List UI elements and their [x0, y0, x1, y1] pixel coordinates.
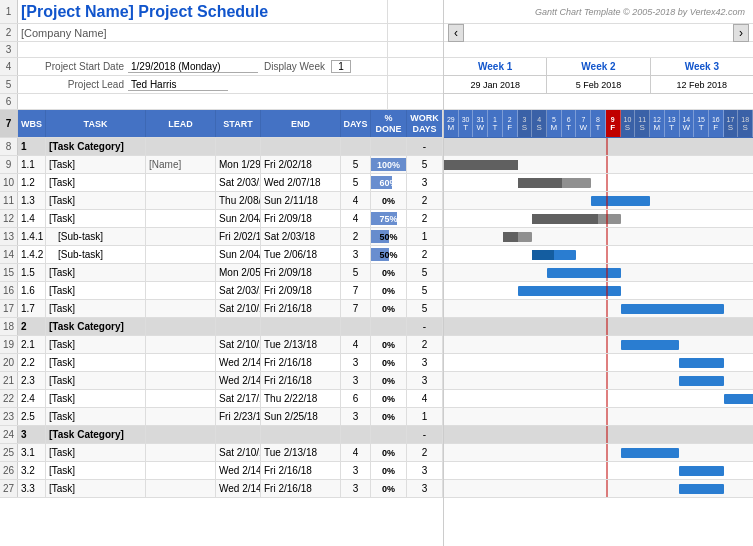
- gantt-date-header: 29 Jan 2018 5 Feb 2018 12 Feb 2018: [444, 76, 753, 94]
- cell: Sun 2/25/18: [261, 408, 341, 425]
- cell: 3: [407, 372, 443, 389]
- cell: [146, 192, 216, 209]
- cell: [341, 318, 371, 335]
- gantt-row: [444, 156, 753, 174]
- cell: Sun 2/04/18: [216, 210, 261, 227]
- table-row: 222.4[Task]Sat 2/17/18Thu 2/22/1860%4: [0, 390, 443, 408]
- cell: Sat 2/03/18: [261, 228, 341, 245]
- gantt-row: [444, 462, 753, 480]
- cell: [371, 138, 407, 155]
- cell: [Task Category]: [46, 426, 146, 443]
- cell: [Task Category]: [46, 318, 146, 335]
- cell: 5: [341, 174, 371, 191]
- cell: -: [407, 138, 443, 155]
- display-week-value[interactable]: 1: [331, 60, 351, 73]
- gantt-row: [444, 264, 753, 282]
- cell: 2.3: [18, 372, 46, 389]
- cell: 1.4.2: [18, 246, 46, 263]
- main-title: [Project Name] Project Schedule: [18, 0, 388, 23]
- cell: Wed 2/14/18: [216, 480, 261, 497]
- cell: [Task]: [46, 336, 146, 353]
- row-num: 20: [0, 354, 18, 371]
- table-row: 192.1[Task]Sat 2/10/18Tue 2/13/1840%2: [0, 336, 443, 354]
- cell: 2: [407, 192, 443, 209]
- cell: -: [407, 426, 443, 443]
- start-date-label: Project Start Date: [18, 61, 128, 72]
- row-num: 10: [0, 174, 18, 191]
- cell: 1.4: [18, 210, 46, 227]
- cell: [Task]: [46, 282, 146, 299]
- row-num: 11: [0, 192, 18, 209]
- cell: 3: [341, 372, 371, 389]
- cell: 3: [341, 480, 371, 497]
- cell: 2: [407, 246, 443, 263]
- cell: Mon 1/29/18: [216, 156, 261, 173]
- day-col-12: 10S: [621, 110, 636, 137]
- row-3: 3: [0, 42, 443, 58]
- gantt-row: [444, 372, 753, 390]
- day-col-10: 8T: [591, 110, 606, 137]
- cell: 1.6: [18, 282, 46, 299]
- cell: [261, 318, 341, 335]
- row-num: 13: [0, 228, 18, 245]
- cell: [Sub-task]: [46, 228, 146, 245]
- day-col-18: 16F: [709, 110, 724, 137]
- cell: [Task]: [46, 174, 146, 191]
- cell: [Task]: [46, 444, 146, 461]
- cell: 2.1: [18, 336, 46, 353]
- cell: [146, 372, 216, 389]
- cell: [146, 444, 216, 461]
- project-lead-value: Ted Harris: [128, 79, 228, 91]
- day-col-14: 12M: [650, 110, 665, 137]
- week3-date: 12 Feb 2018: [651, 76, 753, 93]
- gantt-row: [444, 138, 753, 156]
- cell: [146, 138, 216, 155]
- pct-cell: 0%: [371, 192, 407, 209]
- cell: [261, 138, 341, 155]
- spreadsheet: 1 [Project Name] Project Schedule 2 [Com…: [0, 0, 753, 546]
- today-line: [606, 228, 608, 245]
- day-col-13: 11S: [635, 110, 650, 137]
- pct-cell: 50%: [371, 228, 407, 245]
- gantt-bar: [724, 394, 753, 404]
- gantt-bar: [621, 448, 680, 458]
- table-row: 121.4[Task]Sun 2/04/18Fri 2/09/18475%2: [0, 210, 443, 228]
- cell: Fri 2/16/18: [261, 480, 341, 497]
- row-num-1: 1: [0, 0, 18, 23]
- cell: [371, 318, 407, 335]
- cell: [341, 138, 371, 155]
- cell: 3: [407, 174, 443, 191]
- cell: [Task]: [46, 264, 146, 281]
- col-task-header: TASK: [46, 110, 146, 137]
- today-line: [606, 246, 608, 263]
- cell: 2: [407, 210, 443, 227]
- day-col-2: 31W: [473, 110, 488, 137]
- cell: [146, 210, 216, 227]
- week2-label: Week 2: [547, 58, 650, 75]
- cell: Fri 2/09/18: [261, 210, 341, 227]
- row-num-7: 7: [0, 110, 18, 137]
- cell: [146, 480, 216, 497]
- gantt-bar: [621, 340, 680, 350]
- gantt-area: Gantt Chart Template © 2005-2018 by Vert…: [443, 0, 753, 546]
- day-col-7: 5M: [547, 110, 562, 137]
- today-line: [606, 408, 608, 425]
- gantt-bar-progress: [532, 214, 598, 224]
- cell: [146, 246, 216, 263]
- day-col-15: 13T: [665, 110, 680, 137]
- row-num: 9: [0, 156, 18, 173]
- display-week-label: Display Week: [258, 61, 331, 72]
- cell: 3: [407, 354, 443, 371]
- cell: [146, 426, 216, 443]
- prev-week-button[interactable]: ‹: [448, 24, 464, 42]
- cell: [146, 228, 216, 245]
- cell: 2: [407, 336, 443, 353]
- table-row: 141.4.2[Sub-task]Sun 2/04/18Tue 2/06/183…: [0, 246, 443, 264]
- next-week-button[interactable]: ›: [733, 24, 749, 42]
- cell: Fri 2/23/18: [216, 408, 261, 425]
- table-row: 111.3[Task]Thu 2/08/18Sun 2/11/1840%2: [0, 192, 443, 210]
- row-num: 12: [0, 210, 18, 227]
- cell: 2: [18, 318, 46, 335]
- row-6: 6: [0, 94, 443, 110]
- cell: 3: [341, 408, 371, 425]
